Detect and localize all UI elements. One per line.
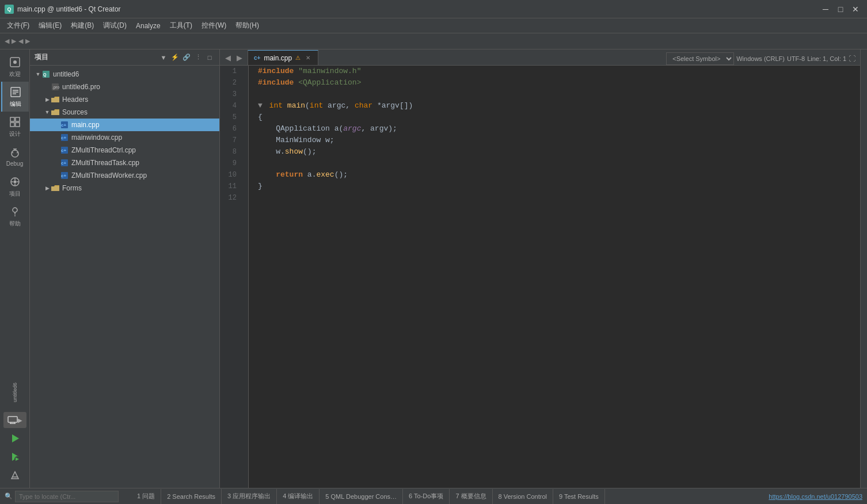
sidebar-item-welcome[interactable]: 欢迎: [1, 52, 29, 82]
edit-label: 编辑: [10, 100, 21, 108]
title-left: Q main.cpp @ untitled6 - Qt Creator: [5, 5, 121, 14]
sidebar-item-design[interactable]: 设计: [1, 112, 29, 142]
toolbar-nav-fwd[interactable]: ▶: [12, 37, 16, 45]
bottom-tab-3-应用程序输出[interactable]: 3 应用程序输出: [222, 489, 277, 504]
tab-nav-left[interactable]: ◀: [222, 50, 234, 65]
tree-item-ZMultiThreadTask.cpp[interactable]: c+ZMultiThreadTask.cpp: [30, 156, 219, 169]
toolbar-nav-back2[interactable]: ◀: [18, 37, 23, 45]
filter-btn[interactable]: ▼: [158, 52, 169, 63]
settings-btn[interactable]: ⋮: [193, 52, 203, 63]
tab-nav-right[interactable]: ▶: [234, 50, 245, 65]
debug-label: Debug: [6, 161, 23, 167]
maximize-button[interactable]: □: [834, 3, 847, 15]
project-label: 项目: [9, 190, 21, 198]
svg-rect-9: [16, 123, 20, 127]
bottom-tab-1-问题[interactable]: 1 问题: [131, 489, 161, 504]
tree-item-label: ZMultiThreadWorker.cpp: [71, 171, 147, 180]
tree-item-forms[interactable]: ▶Forms: [30, 182, 219, 194]
editor-expand-btn[interactable]: ⛶: [849, 55, 855, 63]
tree-file-icon: c+: [60, 133, 69, 142]
menu-bar: 文件(F)编辑(E)构建(B)调试(D)Analyze工具(T)控件(W)帮助(…: [0, 18, 867, 33]
menu-item-控件(W)[interactable]: 控件(W): [197, 20, 231, 32]
collapse-btn[interactable]: □: [204, 52, 215, 63]
bottom-tab-9-Test-Results[interactable]: 9 Test Results: [553, 489, 605, 504]
token: [258, 136, 276, 144]
target-selector[interactable]: ▶: [3, 412, 26, 428]
build-button[interactable]: [5, 467, 25, 483]
bottom-tab-7-概要信息[interactable]: 7 概要信息: [450, 489, 492, 504]
bottom-link[interactable]: https://blog.csdn.net/u012790503: [769, 493, 862, 500]
sync-btn[interactable]: ⚡: [170, 52, 180, 63]
svg-text:c+: c+: [61, 148, 66, 153]
project-icon: [9, 175, 21, 188]
link-btn[interactable]: 🔗: [181, 52, 192, 63]
bottom-tab-4-编译输出[interactable]: 4 编译输出: [277, 489, 320, 504]
toolbar-nav-fwd2[interactable]: ▶: [25, 37, 30, 45]
svg-marker-28: [12, 434, 19, 442]
tree-item-label: mainwindow.cpp: [71, 133, 122, 142]
code-line-12: [258, 192, 860, 204]
tree-file-icon: .pro: [51, 83, 60, 91]
svg-point-16: [13, 180, 16, 183]
bottom-tab-5-QML-Debugger-Cons…[interactable]: 5 QML Debugger Cons…: [320, 489, 403, 504]
tree-item-label: ZMultiThreadCtrl.cpp: [71, 146, 136, 154]
menu-item-Analyze[interactable]: Analyze: [131, 20, 165, 32]
project-toolbar: 项目 ▼ ⚡ 🔗 ⋮ □: [30, 49, 219, 66]
run-button[interactable]: [5, 430, 25, 446]
tree-item-label: Forms: [62, 184, 82, 192]
toolbar-nav-back[interactable]: ◀: [5, 37, 9, 45]
close-button[interactable]: ✕: [849, 3, 862, 15]
welcome-icon: [9, 56, 21, 68]
welcome-label: 欢迎: [9, 70, 21, 78]
tree-arrow: ▶: [44, 97, 51, 102]
sidebar-item-help[interactable]: 帮助: [1, 201, 29, 231]
tree-file-icon: c+: [60, 121, 69, 129]
tree-item-ZMultiThreadWorker.cpp[interactable]: c+ZMultiThreadWorker.cpp: [30, 169, 219, 182]
token: a(: [330, 124, 343, 133]
fold-arrow-4[interactable]: ▼: [258, 101, 267, 110]
code-line-8: w.show();: [258, 146, 860, 158]
sidebar-item-debug[interactable]: Debug: [1, 142, 29, 171]
svg-rect-8: [10, 123, 14, 127]
tree-item-headers[interactable]: ▶Headers: [30, 93, 219, 106]
menu-item-帮助(H)[interactable]: 帮助(H): [231, 20, 264, 32]
line-number-8: 8: [220, 146, 242, 158]
token: #include: [258, 78, 294, 87]
minimize-button[interactable]: ─: [819, 3, 832, 15]
tree-item-untitled6[interactable]: ▼Quntitled6: [30, 68, 219, 81]
bottom-tab-6-To-Do事项[interactable]: 6 To-Do事项: [403, 489, 450, 504]
bottom-tab-8-Version-Control[interactable]: 8 Version Control: [493, 489, 553, 504]
right-scrollbar[interactable]: [860, 49, 867, 488]
run-debug-button[interactable]: [5, 449, 25, 465]
code-line-10: return a.exec();: [258, 169, 860, 181]
svg-text:.pro: .pro: [52, 85, 59, 90]
menu-item-构建(B)[interactable]: 构建(B): [66, 20, 98, 32]
token: argc: [343, 124, 361, 133]
line-number-10: 10: [220, 169, 242, 181]
design-icon: [9, 116, 21, 128]
menu-item-调试(D)[interactable]: 调试(D): [98, 20, 131, 32]
tree-item-untitled6pro[interactable]: .prountitled6.pro: [30, 81, 219, 93]
sidebar-item-project[interactable]: 项目: [1, 171, 29, 201]
code-content[interactable]: #include "mainwindow.h"#include <QApplic…: [249, 66, 860, 488]
tab-main-cpp[interactable]: c+ main.cpp ⚠ ✕: [248, 50, 318, 65]
tree-file-icon: c+: [60, 146, 69, 154]
locate-input[interactable]: [15, 491, 119, 502]
tree-item-sources[interactable]: ▼Sources: [30, 106, 219, 119]
menu-item-编辑(E)[interactable]: 编辑(E): [34, 20, 66, 32]
tree-item-main.cpp[interactable]: c+main.cpp: [30, 119, 219, 131]
sidebar-item-edit[interactable]: 编辑: [1, 82, 29, 112]
window-controls: ─ □ ✕: [819, 3, 862, 15]
token: {: [258, 113, 263, 121]
tree-item-ZMultiThreadCtrl.cpp[interactable]: c+ZMultiThreadCtrl.cpp: [30, 144, 219, 156]
token: *: [372, 101, 382, 110]
token: "mainwindow.h": [298, 67, 361, 75]
tree-item-mainwindow.cpp[interactable]: c+mainwindow.cpp: [30, 131, 219, 144]
symbol-selector[interactable]: <Select Symbol>: [666, 52, 734, 65]
bottom-tab-2-Search-Results[interactable]: 2 Search Results: [161, 489, 222, 504]
menu-item-工具(T)[interactable]: 工具(T): [165, 20, 197, 32]
token: MainWindow: [276, 136, 321, 144]
tab-close-btn[interactable]: ✕: [304, 54, 312, 62]
menu-item-文件(F)[interactable]: 文件(F): [2, 20, 34, 32]
line-number-2: 2: [220, 77, 242, 89]
